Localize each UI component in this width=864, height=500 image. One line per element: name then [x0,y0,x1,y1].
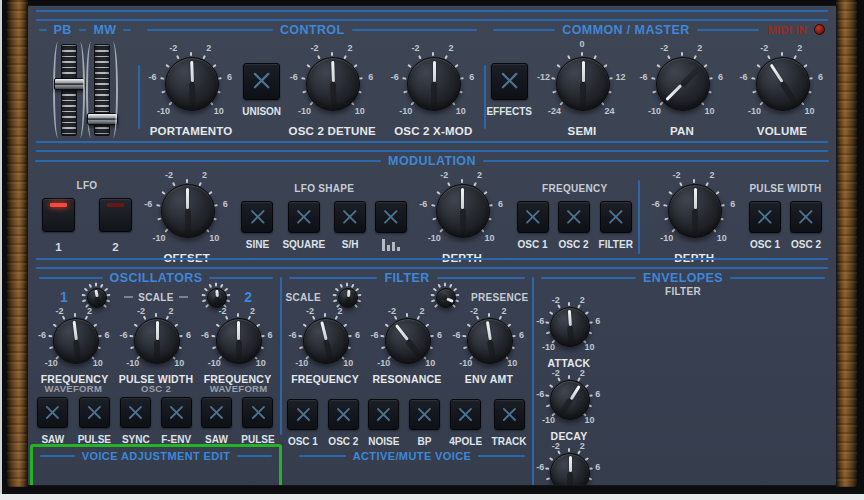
osc2-scale-knob [200,283,232,311]
osc1-frequency-knob-dial[interactable] [53,318,99,364]
knob-tick [568,302,570,306]
group-caption: FREQUENCY [542,183,607,194]
knob-groove [680,66,701,87]
x-mark-icon [380,206,402,228]
osc1-saw-button[interactable] [37,397,68,428]
lfo-freq-osc2-button[interactable] [558,201,590,233]
knob-tick [333,294,337,297]
pan-knob: -10-6-22610PAN [632,42,732,137]
filter-env-amt-knob-dial[interactable] [467,318,513,364]
knob-pointer [156,321,159,339]
wheel-sliders [32,38,138,141]
volume-knob-dial[interactable] [756,57,810,111]
lfo-1-button[interactable] [42,198,75,232]
filter-track-button[interactable] [494,399,525,430]
x-mark-icon [455,404,476,425]
x-mark-icon [333,404,354,425]
lfo-freq-filter-button[interactable] [600,201,632,233]
knob-scale-number: 12 [616,72,626,82]
knob-pointer [395,324,409,340]
unison-button[interactable] [243,63,280,100]
knob-scale-number: -6 [419,199,427,209]
filter-resonance-knob-dial[interactable] [385,318,431,364]
filter-bp-button[interactable] [409,399,440,430]
filter-env-sustain-knob-dial[interactable] [550,453,590,486]
divider [39,29,47,31]
pan-knob-dial[interactable] [656,57,710,111]
lfo-depth-1-knob-dial[interactable] [436,184,490,238]
filter-presence-knob [429,283,461,311]
lfo-shape-sh-button[interactable] [334,201,366,233]
knob-tick [74,313,76,317]
divider [541,277,636,279]
knob-tick [324,313,326,317]
filter-frequency-knob: -10-6-22610FREQUENCY [286,308,364,385]
led-indicator [107,203,124,207]
slider-thumb[interactable] [87,113,118,125]
filter-env-attack-knob-dial[interactable] [550,307,590,347]
knob-scale-number: 0 [579,39,584,49]
osc2-frequency-knob-dial[interactable] [216,318,262,364]
knob-groove [345,297,351,306]
active-mute-voice-title: ACTIVE/MUTE VOICE [353,450,472,462]
osc2-sync-button[interactable] [120,397,151,428]
pitch-bend-slider[interactable] [61,44,77,136]
mod-wheel-slider[interactable] [94,44,110,136]
osc2-xmod-knob-dial[interactable] [407,57,461,111]
x-mark-icon [166,402,187,423]
knob-scale-number: 2 [580,368,585,378]
lfo-pw-osc2-button[interactable] [790,201,822,233]
semi-knob-dial[interactable] [556,57,610,111]
lfo-shape-sh-label: S/H [342,239,359,250]
lfo-shape-sine-button[interactable] [241,201,273,233]
knob-tick [82,299,86,302]
osc1-pulse-button[interactable] [79,397,110,428]
knob-scale-number: -10 [542,415,555,425]
filter-4pole-button[interactable] [450,399,481,430]
filter-frequency-knob-dial[interactable] [303,318,349,364]
filter-osc1-button[interactable] [287,399,318,430]
filter-osc2-button[interactable] [328,399,359,430]
knob-pointer [186,188,189,210]
osc2-pulse-button[interactable] [242,397,273,428]
envelopes-title: ENVELOPES [643,271,723,285]
osc2-saw-button[interactable] [201,397,232,428]
slider-thumb[interactable] [54,78,85,90]
filter-presence-knob-dial[interactable] [436,288,456,308]
lfo-offset-knob-dial[interactable] [161,184,215,238]
divider [79,29,87,31]
x-mark-icon [414,404,435,425]
effects-button[interactable] [491,63,528,100]
knob-tick [331,52,333,56]
knob-scale-number: 2 [709,170,714,180]
divider [123,29,131,31]
lfo-shape-square-label: SQUARE [282,239,325,250]
lfo-depth-2-knob-dial[interactable] [668,184,722,238]
osc2-pulse-width-knob-dial[interactable] [134,318,180,364]
knob-scale-number: 10 [705,106,715,116]
portamento-knob-dial[interactable] [165,57,219,111]
lfo-freq-osc1-button[interactable] [517,201,549,233]
lfo-shape-square-button[interactable] [288,201,320,233]
knob-scale-number: -2 [660,43,668,53]
knob-pointer [320,321,327,340]
divider [478,455,525,457]
lfo-2-button[interactable] [99,198,132,232]
osc2-detune-knob-dial[interactable] [306,57,360,111]
knob-groove [323,339,334,360]
volume-label: VOLUME [757,125,807,137]
osc2-number: 2 [244,289,252,305]
group-caption: PULSE WIDTH [749,183,821,194]
oscillators-title: OSCILLATORS [110,271,203,285]
knob-tick [693,179,695,183]
knob-groove [487,339,496,360]
knob-scale-number: 6 [437,330,442,340]
lfo-pw-osc1-button[interactable] [749,201,781,233]
osc2-fenv-button[interactable] [161,397,192,428]
lfo-shape-noise-button[interactable] [375,201,407,233]
divider [35,160,381,162]
osc2-xmod-knob: -10-6-22610OSC 2 X-MOD [383,42,483,137]
effects-label: EFFECTS [486,106,532,117]
filter-noise-button[interactable] [368,399,399,430]
filter-env-decay-knob-dial[interactable] [550,380,590,420]
